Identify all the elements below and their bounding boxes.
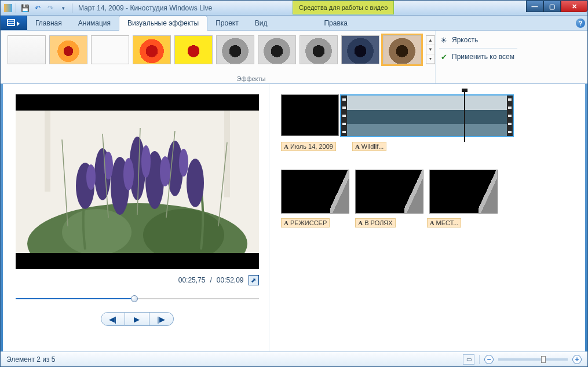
caption-director[interactable]: AРЕЖИССЕР: [281, 218, 330, 227]
app-icon[interactable]: [4, 4, 12, 12]
scroll-up-icon[interactable]: ▲: [426, 36, 434, 45]
next-frame-button[interactable]: |▶: [149, 312, 174, 326]
svg-rect-3: [8, 24, 14, 25]
caption-wildlife[interactable]: AWildlif...: [352, 142, 386, 151]
scroll-down-icon[interactable]: ▼: [426, 45, 434, 54]
svg-point-21: [160, 156, 170, 186]
help-button[interactable]: ?: [574, 16, 587, 30]
svg-rect-6: [224, 111, 230, 197]
effect-thumb[interactable]: [91, 35, 129, 64]
gallery-expand[interactable]: ▲ ▼ ▾: [426, 35, 435, 64]
svg-point-20: [141, 145, 151, 178]
app-window: 💾 ↶ ↷ ▾ Март 14, 2009 - Киностудия Windo…: [0, 0, 588, 367]
ribbon-body: ▲ ▼ ▾ Эффекты ☀ Яркость ✔ Применить ко в…: [1, 31, 587, 84]
zoom-out-button[interactable]: −: [484, 355, 494, 364]
tab-visual-effects[interactable]: Визуальные эффекты: [119, 16, 207, 31]
brightness-icon: ☀: [439, 35, 448, 45]
help-icon: ?: [576, 19, 585, 28]
time-total: 00:52,09: [217, 276, 244, 284]
svg-point-22: [179, 149, 188, 177]
qat-menu-icon[interactable]: ▾: [58, 3, 68, 13]
time-display-row: 00:25,75/00:52,09 ⬈: [16, 275, 259, 285]
minimize-button[interactable]: —: [526, 1, 543, 12]
svg-point-16: [187, 159, 204, 207]
apply-all-label: Применить ко всем: [452, 53, 514, 61]
status-element-count: Элемент 2 из 5: [6, 355, 56, 364]
view-toggle-button[interactable]: ▭: [463, 354, 474, 365]
credit-clip[interactable]: [429, 170, 498, 214]
caption-date[interactable]: AИюль 14, 2009: [281, 142, 336, 151]
play-button[interactable]: ▶: [125, 312, 149, 326]
caption-location[interactable]: AМЕСТ...: [427, 218, 462, 227]
context-tab-video-tools[interactable]: Средства для работы с видео: [293, 1, 394, 14]
effect-thumb-selected[interactable]: [383, 35, 421, 64]
effect-none[interactable]: [8, 35, 46, 64]
statusbar: Элемент 2 из 5 ▭ − +: [1, 351, 587, 366]
credit-clip[interactable]: [355, 170, 423, 214]
close-button[interactable]: ✕: [561, 1, 587, 12]
svg-point-17: [86, 164, 96, 190]
quick-access-toolbar: 💾 ↶ ↷ ▾: [4, 3, 74, 13]
save-icon[interactable]: 💾: [20, 3, 30, 13]
clip-video-frame[interactable]: [341, 96, 399, 136]
storyboard-pane[interactable]: AИюль 14, 2009 AWildlif... AРЕЖИССЕР AВ …: [269, 84, 585, 351]
brightness-button[interactable]: ☀ Яркость: [439, 35, 517, 45]
tab-view[interactable]: Вид: [247, 16, 276, 30]
prev-frame-button[interactable]: ◀|: [101, 312, 125, 326]
fullscreen-button[interactable]: ⬈: [249, 275, 259, 285]
seek-bar[interactable]: [16, 295, 259, 303]
effect-thumb[interactable]: [133, 35, 171, 64]
tab-project[interactable]: Проект: [207, 16, 247, 30]
tab-edit[interactable]: Правка: [316, 16, 356, 30]
svg-rect-2: [8, 22, 14, 23]
clip-video-frame[interactable]: [399, 96, 456, 136]
zoom-in-button[interactable]: +: [572, 355, 582, 364]
zoom-thumb[interactable]: [541, 356, 546, 363]
clip-selected-group[interactable]: [340, 94, 514, 137]
svg-point-19: [123, 158, 134, 190]
redo-icon[interactable]: ↷: [45, 3, 56, 13]
window-title: Март 14, 2009 - Киностудия Windows Live: [78, 4, 212, 12]
dropdown-icon[interactable]: ▾: [426, 54, 434, 64]
credit-clip[interactable]: [281, 170, 349, 214]
tab-animation[interactable]: Анимация: [70, 16, 119, 30]
brightness-label: Яркость: [452, 36, 478, 44]
titlebar: 💾 ↶ ↷ ▾ Март 14, 2009 - Киностудия Windo…: [1, 1, 587, 16]
effect-thumb[interactable]: [300, 35, 338, 64]
tab-home[interactable]: Главная: [27, 16, 70, 30]
playback-controls: ◀| ▶ |▶: [101, 312, 174, 326]
caption-cast[interactable]: AВ РОЛЯХ: [355, 218, 395, 227]
effect-thumb[interactable]: [49, 35, 87, 64]
effect-thumb[interactable]: [341, 35, 379, 64]
seek-thumb[interactable]: [131, 295, 138, 302]
ribbon-group-label: Эффекты: [1, 75, 502, 82]
clip-row-2: AРЕЖИССЕР AВ РОЛЯХ AМЕСТ...: [281, 170, 574, 214]
effect-thumb[interactable]: [174, 35, 213, 64]
zoom-slider[interactable]: [498, 358, 568, 361]
main-area: 00:25,75/00:52,09 ⬈ ◀| ▶ |▶: [3, 84, 585, 351]
preview-image: [16, 111, 259, 253]
svg-rect-1: [8, 20, 14, 21]
clip-title[interactable]: [281, 94, 339, 136]
apply-all-icon: ✔: [439, 52, 448, 61]
seek-fill: [16, 298, 135, 299]
apply-all-button[interactable]: ✔ Применить ко всем: [439, 52, 517, 61]
file-menu-button[interactable]: [1, 16, 27, 30]
svg-rect-5: [45, 111, 50, 192]
preview-pane: 00:25,75/00:52,09 ⬈ ◀| ▶ |▶: [3, 84, 269, 351]
clip-row-1: AИюль 14, 2009 AWildlif...: [281, 94, 574, 137]
time-current: 00:25,75: [178, 276, 206, 284]
playhead[interactable]: [464, 91, 465, 142]
maximize-button[interactable]: ▢: [543, 1, 561, 12]
effect-thumb[interactable]: [258, 35, 296, 64]
undo-icon[interactable]: ↶: [32, 3, 43, 13]
effect-thumb[interactable]: [216, 35, 254, 64]
preview-frame: [16, 94, 259, 269]
ribbon-tabs: Главная Анимация Визуальные эффекты Прое…: [1, 16, 587, 31]
